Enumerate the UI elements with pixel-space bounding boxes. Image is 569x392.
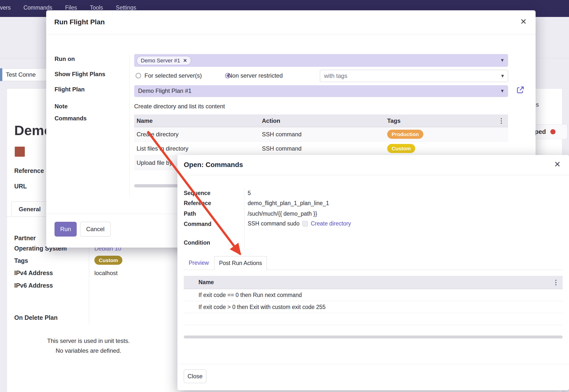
post-run-actions-table: Name ⋮ If exit code == 0 then Run next c… — [184, 276, 563, 325]
tab-post-run-actions[interactable]: Post Run Actions — [214, 256, 267, 270]
command-row: SSH command sudo Create directory — [248, 220, 351, 227]
nav-item-tools[interactable]: Tools — [90, 4, 103, 11]
column-options-icon[interactable]: ⋮ — [553, 279, 559, 286]
close-icon[interactable]: ✕ — [554, 160, 561, 168]
row-action: SSH command — [259, 131, 385, 138]
reference-label: Reference — [184, 200, 211, 207]
path-label: Path — [184, 210, 196, 217]
note-label: Note — [55, 103, 68, 110]
chevron-down-icon: ▾ — [501, 73, 504, 79]
create-directory-link[interactable]: Create directory — [311, 220, 351, 227]
command-checkbox[interactable] — [302, 221, 308, 226]
modal-footer-divider — [177, 364, 569, 364]
label-column-divider — [244, 189, 244, 248]
commands-label: Commands — [55, 115, 87, 122]
path-value: /such/much/{{ demo_path }} — [248, 210, 317, 217]
row-name: If exit code == 0 then Run next command — [184, 292, 302, 298]
show-flight-plans-label: Show Flight Plans — [55, 71, 105, 78]
tab-preview[interactable]: Preview — [189, 256, 209, 270]
nav-item-settings[interactable]: Settings — [116, 4, 136, 11]
ipv6-label: IPv6 Address — [14, 282, 53, 289]
nav-item-files[interactable]: Files — [65, 4, 77, 11]
close-button[interactable]: Close — [184, 369, 206, 383]
column-options-icon[interactable]: ⋮ — [498, 117, 505, 125]
server-tag-chip[interactable]: Demo Server #1 ✕ — [137, 56, 191, 65]
condition-label: Condition — [184, 239, 210, 246]
partner-label: Partner — [14, 235, 36, 242]
test-connection-button[interactable]: Test Conne — [2, 68, 49, 81]
page: vers Commands Files Tools Settings Test … — [0, 0, 569, 392]
command-label: Command — [184, 221, 211, 227]
row-action: SSH command — [259, 145, 385, 152]
plan-description: Create directory and list its content — [134, 103, 225, 110]
color-swatch[interactable] — [15, 147, 25, 157]
unit-test-note: This server is used in unit tests. — [25, 337, 152, 344]
chevron-down-icon: ▾ — [501, 88, 504, 94]
commands-modal: Open: Commands ✕ Sequence Reference Path… — [177, 155, 569, 390]
row-name: List files in directory — [134, 145, 259, 152]
ipv4-label: IPv4 Address — [14, 269, 53, 277]
table-row[interactable]: If exit code > 0 then Exit with custom e… — [184, 301, 563, 313]
actions-table-header: Name ⋮ — [184, 276, 563, 289]
remove-tag-icon[interactable]: ✕ — [183, 58, 187, 63]
flight-plan-label: Flight Plan — [55, 86, 85, 93]
with-tags-field: ▾ — [320, 70, 508, 82]
command-value: SSH command sudo — [248, 220, 299, 227]
status-dot-icon — [550, 129, 555, 134]
run-on-label: Run on — [55, 56, 75, 62]
table-row[interactable]: Create directory SSH command Production — [134, 127, 508, 141]
empty-row[interactable] — [184, 313, 563, 325]
radio-selected-servers[interactable] — [136, 73, 141, 78]
header-name[interactable]: Name — [184, 279, 214, 286]
reference-label: Reference — [14, 167, 44, 174]
server-tag-label: Demo Server #1 — [141, 57, 180, 64]
flight-plan-select[interactable]: Demo Flight Plan #1 ▾ — [134, 85, 508, 97]
cancel-button[interactable]: Cancel — [80, 222, 111, 237]
header-action[interactable]: Action — [259, 117, 385, 124]
modal-title: Open: Commands — [184, 161, 243, 169]
horizontal-scrollbar[interactable] — [184, 336, 563, 338]
sequence-label: Sequence — [184, 190, 211, 196]
custom-badge: Custom — [387, 144, 415, 153]
row-name: If exit code > 0 then Exit with custom e… — [184, 304, 326, 310]
close-icon[interactable]: ✕ — [520, 18, 527, 26]
radio-selected-servers-label[interactable]: For selected server(s) — [144, 72, 202, 79]
run-button[interactable]: Run — [55, 222, 77, 237]
external-link-icon[interactable] — [516, 85, 525, 94]
on-delete-plan-label: On Delete Plan — [14, 314, 57, 321]
nav-item-commands[interactable]: Commands — [23, 4, 52, 11]
header-tags[interactable]: Tags — [385, 117, 508, 124]
with-tags-input[interactable] — [320, 70, 508, 82]
chevron-down-icon: ▾ — [501, 57, 504, 63]
commands-table-header: Name Action Tags ⋮ — [134, 114, 508, 127]
table-row[interactable]: If exit code == 0 then Run next command — [184, 289, 563, 301]
tags-custom-badge: Custom — [94, 256, 122, 265]
url-label: URL — [14, 183, 27, 190]
tab-general[interactable]: General — [11, 201, 48, 217]
reference-value: demo_flight_plan_1_plan_line_1 — [248, 200, 329, 207]
nav-item-servers[interactable]: vers — [0, 4, 11, 11]
header-name[interactable]: Name — [134, 117, 259, 124]
production-badge: Production — [387, 130, 423, 139]
left-edge-button[interactable] — [0, 68, 2, 81]
ipv4-value: localhost — [94, 270, 118, 277]
modal-title: Run Flight Plan — [54, 18, 105, 26]
run-on-field[interactable]: Demo Server #1 ✕ ▾ — [134, 54, 508, 67]
radio-non-server-restricted-label[interactable]: Non server restricted — [228, 72, 283, 79]
row-name: Create directory — [134, 131, 259, 138]
table-row[interactable]: List files in directory SSH command Cust… — [134, 141, 508, 156]
no-variables-note: No variables are defined. — [25, 347, 152, 354]
sequence-value: 5 — [248, 190, 251, 196]
modal-header: Open: Commands ✕ — [177, 155, 569, 175]
modal-header: Run Flight Plan ✕ — [46, 10, 536, 34]
tags-label: Tags — [14, 257, 28, 264]
flight-plan-value: Demo Flight Plan #1 — [138, 87, 191, 94]
label-column-divider — [129, 56, 130, 197]
